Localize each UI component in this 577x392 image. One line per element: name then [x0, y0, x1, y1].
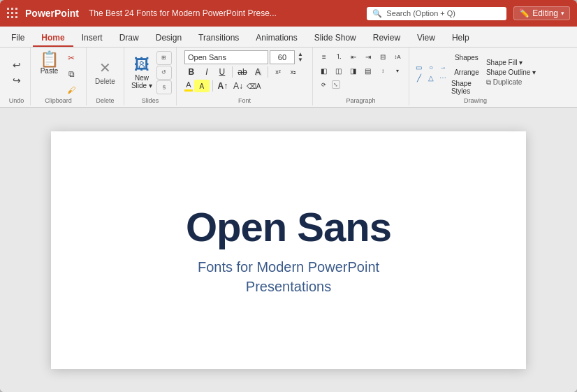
increase-indent-button[interactable]: ⇥ [361, 50, 375, 63]
waffle-icon[interactable] [7, 8, 18, 19]
delete-button[interactable]: ✕ Delete [91, 58, 119, 87]
format-painter-button[interactable]: 🖌 [63, 82, 80, 98]
shape-outline-button[interactable]: Shape Outline ▾ [485, 68, 537, 77]
shape-more[interactable]: ⋯ [437, 73, 448, 82]
search-box[interactable]: 🔍 Search (Option + Q) [367, 7, 506, 20]
duplicate-label: Duplicate [493, 78, 523, 86]
shape-rectangle[interactable]: ▭ [414, 62, 425, 72]
slide-section-button[interactable]: § [156, 80, 172, 94]
underline-button[interactable]: U [215, 66, 229, 78]
app-window: PowerPoint The Best 24 Fonts for Modern … [0, 0, 577, 392]
chevron-down-icon: ▾ [561, 10, 564, 17]
title-bar: PowerPoint The Best 24 Fonts for Modern … [0, 0, 577, 27]
new-slide-button[interactable]: 🖼 NewSlide ▾ [129, 55, 155, 91]
shapes-label: Shapes [455, 54, 479, 61]
tab-review[interactable]: Review [365, 29, 409, 47]
tab-design[interactable]: Design [147, 29, 190, 47]
convert-smartart-button[interactable]: ⟳ [317, 78, 331, 91]
undo-button[interactable]: ↩ [8, 57, 26, 73]
slide-layout-button[interactable]: ⊞ [156, 51, 172, 65]
drawing-main-buttons: Shapes Arrange Shape Styles [451, 51, 482, 94]
new-slide-label: NewSlide ▾ [131, 74, 152, 89]
tab-transitions[interactable]: Transitions [190, 29, 247, 47]
line-spacing-button[interactable]: ↕ [376, 64, 390, 77]
text-shadow-button[interactable]: A [251, 66, 265, 78]
shape-line[interactable]: ╱ [414, 73, 425, 82]
bold-button[interactable]: B [184, 66, 198, 78]
tab-file[interactable]: File [3, 29, 33, 47]
decrease-indent-button[interactable]: ⇤ [346, 50, 360, 63]
ribbon-group-undo: ↩ ↪ Undo [3, 48, 31, 106]
font-group-label: Font [177, 97, 312, 104]
align-left-button[interactable]: ◧ [317, 64, 331, 77]
text-direction-button[interactable]: ↕A [390, 50, 404, 63]
shape-style-options: Shape Fill ▾ Shape Outline ▾ ⧉ Duplicate [485, 58, 537, 87]
font-size-arrows[interactable]: ▲ ▼ [296, 52, 305, 63]
shape-outline-label: Shape Outline [486, 68, 530, 76]
increase-font-size-button[interactable]: A↑ [216, 80, 230, 92]
duplicate-button[interactable]: ⧉ Duplicate [485, 78, 537, 87]
align-center-button[interactable]: ◫ [332, 64, 346, 77]
font-name-input[interactable] [184, 50, 268, 64]
delete-label: Delete [95, 78, 115, 85]
paragraph-group-label: Paragraph [313, 97, 409, 104]
separator [232, 66, 233, 78]
subscript-button[interactable]: x₂ [286, 66, 300, 78]
clipboard-small-buttons: ✂ ⧉ 🖌 [63, 50, 80, 98]
slide-reset-button[interactable]: ↺ [156, 66, 172, 80]
tab-view[interactable]: View [409, 29, 444, 47]
ribbon-group-drawing: ▭ ○ → ╱ △ ⋯ Shapes Arra [409, 48, 541, 106]
delete-group-label: Delete [87, 97, 124, 104]
copy-button[interactable]: ⧉ [63, 66, 80, 82]
shape-styles-button[interactable]: Shape Styles [451, 80, 482, 94]
font-color-icon: A [186, 80, 191, 89]
justify-button[interactable]: ▤ [361, 64, 375, 77]
tab-home[interactable]: Home [33, 29, 73, 47]
more-button[interactable]: ▾ [390, 64, 404, 77]
slides-group-label: Slides [124, 97, 176, 104]
strikethrough-button[interactable]: ab [235, 66, 249, 78]
redo-button[interactable]: ↪ [8, 73, 26, 88]
ribbon: ↩ ↪ Undo 📋 Paste ✂ ⧉ 🖌 Clipboard [0, 48, 577, 108]
font-color-button[interactable]: A [184, 80, 193, 92]
cut-button[interactable]: ✂ [63, 50, 80, 66]
slide-subtitle-line2: Presentations [246, 279, 331, 294]
decrease-font-size-button[interactable]: A↓ [231, 80, 245, 92]
tab-draw[interactable]: Draw [111, 29, 147, 47]
clipboard-group-label: Clipboard [31, 97, 86, 104]
numbering-button[interactable]: ⒈ [332, 50, 346, 63]
italic-button[interactable]: I [200, 66, 214, 78]
editing-button[interactable]: ✏️ Editing ▾ [513, 6, 570, 20]
paragraph-expand-button[interactable]: ⤡ [332, 80, 340, 89]
superscript-button[interactable]: x² [271, 66, 285, 78]
paste-icon: 📋 [40, 52, 59, 67]
tab-insert[interactable]: Insert [73, 29, 111, 47]
arrange-label: Arrange [454, 68, 479, 76]
align-right-button[interactable]: ◨ [346, 64, 360, 77]
tab-slideshow[interactable]: Slide Show [306, 29, 365, 47]
clear-format-button[interactable]: ⌫A [247, 80, 261, 92]
highlight-color-button[interactable]: A [194, 80, 210, 92]
font-size-input[interactable] [270, 50, 295, 64]
ribbon-group-slides: 🖼 NewSlide ▾ ⊞ ↺ § Slides [124, 48, 177, 106]
separator3 [212, 80, 213, 92]
ribbon-group-delete: ✕ Delete Delete [87, 48, 124, 106]
slide-canvas[interactable]: Open Sans Fonts for Modern PowerPoint Pr… [51, 131, 526, 369]
font-decrease-icon[interactable]: ▼ [296, 57, 305, 63]
slide-canvas-wrapper: Open Sans Fonts for Modern PowerPoint Pr… [0, 108, 577, 392]
bullets-button[interactable]: ≡ [317, 50, 331, 63]
shapes-button[interactable]: Shapes [451, 51, 482, 65]
ribbon-group-paragraph: ≡ ⒈ ⇤ ⇥ ⊟ ↕A ◧ ◫ ◨ ▤ ↕ ▾ ⟳ ⤡ [313, 48, 409, 106]
tab-help[interactable]: Help [444, 29, 478, 47]
paste-button[interactable]: 📋 Paste [37, 50, 61, 76]
shape-triangle[interactable]: △ [425, 73, 437, 82]
tab-animations[interactable]: Animations [247, 29, 305, 47]
font-color-underline [184, 89, 193, 92]
arrange-button[interactable]: Arrange [451, 66, 482, 80]
shape-fill-button[interactable]: Shape Fill ▾ [485, 58, 537, 67]
shape-fill-label: Shape Fill [486, 59, 517, 66]
shape-arrow[interactable]: → [437, 62, 448, 72]
app-name: PowerPoint [25, 8, 79, 19]
columns-button[interactable]: ⊟ [376, 50, 390, 63]
shape-circle[interactable]: ○ [425, 62, 437, 72]
